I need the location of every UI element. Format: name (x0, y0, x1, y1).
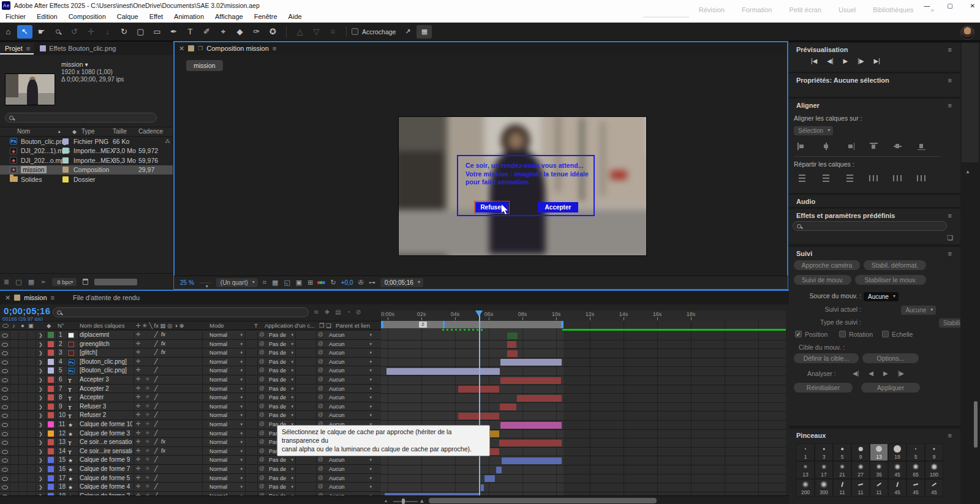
pickwhip-icon[interactable]: @ (259, 465, 265, 472)
pickwhip-icon[interactable]: @ (259, 403, 265, 409)
scale-checkbox[interactable] (882, 331, 889, 337)
accept-button[interactable]: Accepter (538, 202, 578, 213)
analyze-fwd-button[interactable]: ▶ (883, 370, 888, 377)
fx-badge[interactable]: fx (161, 331, 165, 337)
menu-aide[interactable]: Aide (283, 13, 307, 20)
close-tab-icon[interactable]: ✕ (179, 45, 184, 53)
trkmat-dropdown[interactable]: Pas de (266, 475, 295, 482)
workspace-petit-cran[interactable]: Petit écran (782, 2, 829, 17)
anchor-switch-icon[interactable]: ✛ (136, 367, 141, 373)
dock-scrollbar[interactable] (974, 401, 978, 448)
panel-menu-icon[interactable]: ≡ (948, 46, 952, 53)
parent-pickwhip-icon[interactable]: @ (318, 385, 323, 391)
anchor-switch-icon[interactable]: ✛ (136, 448, 141, 454)
trkmat-dropdown[interactable]: Pas de (266, 394, 295, 401)
brush-1[interactable]: 1 (796, 443, 815, 461)
parent-dropdown[interactable]: Aucun (326, 331, 374, 339)
expand-arrow-icon[interactable]: ❯ (39, 449, 43, 454)
eraser-tool[interactable]: ◆ (232, 25, 247, 39)
panel-header[interactable]: Pinceaux (796, 432, 826, 439)
brush-3[interactable]: 3 (815, 443, 833, 461)
layer-row-18[interactable]: ❯18★Calque de forme 4✛✳╱Normal@Pas de@Au… (0, 483, 381, 492)
panel-header[interactable]: Suivi (796, 250, 812, 257)
layer-color-chip[interactable] (48, 466, 54, 472)
anchor-switch-icon[interactable]: ✛ (136, 394, 141, 400)
layer-row-3[interactable]: ❯3[glitch]✛╱fxNormal@Pas de@Aucun (0, 348, 381, 358)
snap-group-icon[interactable]: ▽ (309, 25, 324, 39)
effects-switch-icon[interactable]: ✳ (145, 421, 150, 427)
playhead-handle[interactable] (475, 310, 483, 317)
layer-color-chip[interactable] (48, 377, 54, 383)
brush-9[interactable]: 9 (851, 443, 870, 461)
anchor-switch-icon[interactable]: ✛ (136, 465, 141, 472)
project-item-DJI-202-o-mp4[interactable]: ◉DJI_202...o.mp4Importe...MEX35,3 Mo59,9… (0, 156, 173, 165)
parent-pickwhip-icon[interactable]: @ (318, 331, 323, 337)
effects-switch-icon[interactable]: ✳ (145, 483, 150, 489)
quality-switch-icon[interactable]: ╱ (154, 394, 157, 400)
parent-pickwhip-icon[interactable]: @ (318, 475, 323, 481)
anchor-switch-icon[interactable]: ✛ (136, 358, 141, 364)
playhead-line[interactable] (479, 310, 480, 495)
expand-arrow-icon[interactable]: ❯ (39, 422, 43, 427)
trkmat-dropdown[interactable]: Pas de (266, 367, 295, 374)
tab-project[interactable]: Projet≡ (0, 43, 34, 55)
expand-arrow-icon[interactable]: ❯ (39, 404, 43, 410)
blend-mode-dropdown[interactable]: Normal (206, 483, 244, 491)
roto-brush-tool[interactable]: ✑ (249, 25, 264, 39)
quality-switch-icon[interactable]: ╱ (154, 448, 157, 454)
snap-group-icon[interactable]: △ (292, 25, 307, 39)
footer-icon[interactable]: ≣ (4, 278, 9, 286)
tab-effect-controls[interactable]: Effets Bouton_clic.png (34, 45, 122, 52)
brush-11[interactable]: 11 (851, 479, 870, 497)
track-camera-button[interactable]: Approche caméra (794, 260, 860, 270)
expand-arrow-icon[interactable]: ❯ (39, 440, 43, 445)
trkmat-dropdown[interactable]: Pas de (266, 376, 295, 383)
layer-row-17[interactable]: ❯17★Calque de forme 5✛✳╱Normal@Pas de@Au… (0, 474, 381, 483)
layer-duration-bar-4[interactable] (500, 359, 562, 366)
expand-arrow-icon[interactable]: ❯ (39, 359, 43, 365)
fx-badge[interactable]: fx (161, 349, 165, 355)
brush-45[interactable]: 45 (888, 461, 907, 479)
distribute-icon-6[interactable] (917, 175, 926, 182)
label-chip[interactable] (62, 148, 69, 154)
parent-dropdown[interactable]: Aucun (326, 358, 374, 366)
brush-27[interactable]: 27 (851, 461, 870, 479)
next-frame-button[interactable]: |▶ (858, 58, 864, 64)
expand-arrow-icon[interactable]: ❯ (39, 377, 43, 383)
blend-mode-dropdown[interactable]: Normal (206, 349, 244, 356)
expand-arrow-icon[interactable]: ❯ (39, 350, 43, 356)
parent-dropdown[interactable]: Aucun (326, 465, 374, 473)
panel-menu-icon[interactable]: ≡ (273, 45, 276, 52)
expand-arrow-icon[interactable]: ❯ (39, 484, 43, 490)
layer-row-7[interactable]: ❯7TAccepter 2✛✳╱Normal@Pas de@Aucun (0, 385, 381, 394)
dolly-camera-tool[interactable]: ↓ (100, 25, 115, 39)
zoom-dropdown[interactable] (199, 282, 211, 284)
menu-edition[interactable]: Edition (31, 13, 63, 20)
brush-11[interactable]: 11 (870, 479, 888, 497)
blend-mode-dropdown[interactable]: Normal (206, 438, 244, 446)
timeline-graph[interactable]: 0:00s02s04s06s08s10s12s14s16s18s 2 (381, 310, 786, 495)
clone-stamp-tool[interactable]: ⌖ (216, 25, 231, 39)
label-chip[interactable] (62, 138, 69, 145)
blend-mode-dropdown[interactable]: Normal (206, 403, 244, 410)
warp-stabilizer-button[interactable]: Stabil. déformat. (864, 260, 926, 270)
menu-fichier[interactable]: Fichier (0, 13, 31, 20)
layer-row-2[interactable]: ❯2greenglitch✛╱fxNormal@Pas de@Aucun (0, 340, 381, 349)
panel-menu-icon[interactable]: ≡ (948, 77, 952, 84)
layer-duration-bar-3[interactable] (507, 350, 518, 357)
layer-color-chip[interactable] (48, 394, 54, 401)
comp-canvas[interactable]: Ce soir, un rendez-vous vous attend... V… (398, 116, 647, 256)
blend-mode-dropdown[interactable]: Normal (206, 456, 244, 464)
exposure-value[interactable]: +0,0 (341, 279, 353, 286)
timeline-search-input[interactable] (53, 307, 309, 317)
layer-color-chip[interactable] (48, 484, 54, 490)
comp-breadcrumb[interactable]: mission (186, 60, 223, 71)
quality-switch-icon[interactable]: ╱ (154, 465, 157, 472)
user-avatar[interactable] (960, 26, 974, 40)
expand-arrow-icon[interactable]: ❯ (39, 467, 43, 472)
brush-5[interactable]: 5 (833, 443, 851, 461)
panel-header[interactable]: Audio (796, 198, 815, 205)
effects-switch-icon[interactable]: ✳ (145, 438, 150, 445)
pickwhip-icon[interactable]: @ (259, 438, 265, 445)
pickwhip-icon[interactable]: @ (259, 376, 265, 382)
